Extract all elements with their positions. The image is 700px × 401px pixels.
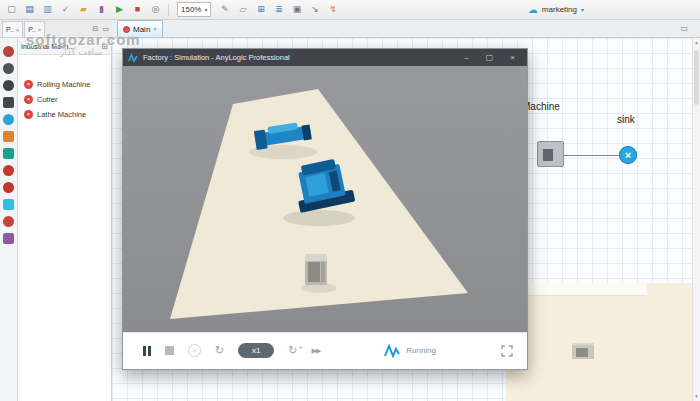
3d-viewport[interactable] (123, 66, 527, 332)
speed-up-icon[interactable]: ↻ + (288, 345, 297, 356)
toolbar-mid-group: ✎▱⊞≣▣↘↯ (217, 2, 340, 17)
tab-main[interactable]: Main × (117, 20, 163, 37)
simulation-window[interactable]: Factory : Simulation - AnyLogic Professi… (122, 48, 528, 370)
run-icon[interactable]: ▶ (112, 2, 127, 17)
toolbar-left-group: ▢▤▥✓▰▮▶■◎ (4, 2, 163, 17)
save-all-icon[interactable]: ▥ (40, 2, 55, 17)
close-icon[interactable]: × (16, 27, 20, 33)
restore-editor-icon[interactable]: ▭ (680, 24, 688, 33)
chevron-down-icon[interactable]: ▾ (581, 6, 584, 13)
connector-line (564, 155, 620, 156)
machine-slot (543, 149, 553, 161)
pencil-icon[interactable]: ✎ (217, 2, 232, 17)
tab-palette[interactable]: P.. × (2, 21, 23, 37)
palette-item[interactable]: ×Cutter (18, 94, 111, 105)
tab-label: P.. (6, 26, 14, 33)
collapse-panel-icon[interactable]: ⊟ (93, 25, 99, 33)
anylogic-logo-icon (384, 344, 400, 358)
speed-up-glyph: ↻ (288, 344, 297, 356)
arrow-icon[interactable]: ↘ (307, 2, 322, 17)
editor-tabbar: Main × ▭ (112, 20, 700, 38)
toolbar-separator (168, 4, 169, 16)
maximize-button[interactable]: ▢ (480, 51, 499, 64)
profile-dropdown[interactable]: marketing (542, 5, 577, 14)
anylogic-app-window: ▢▤▥✓▰▮▶■◎ 150% ▾ ✎▱⊞≣▣↘↯ ☁ marketing ▾ P… (0, 0, 700, 401)
pedestrian-library-icon[interactable] (3, 80, 14, 91)
speed-button[interactable]: x1 (238, 343, 274, 358)
agent-main-icon (123, 26, 130, 33)
anylogic-logo-icon (128, 53, 139, 63)
minimize-panel-icon[interactable]: ▭ (102, 25, 109, 33)
grid-icon[interactable]: ⊞ (253, 2, 268, 17)
stop-button[interactable] (165, 346, 174, 355)
scroll-down-icon[interactable]: ▾ (693, 392, 700, 401)
palette-category-strip (0, 38, 18, 401)
system-dynamics-icon[interactable] (3, 182, 14, 193)
close-icon[interactable]: × (153, 26, 157, 32)
process-modeling-library-icon[interactable] (3, 165, 14, 176)
tab-label: P.. (28, 26, 36, 33)
align-icon[interactable]: ≣ (271, 2, 286, 17)
fluid-library-icon[interactable] (3, 114, 14, 125)
zoom-control[interactable]: 150% ▾ (177, 2, 211, 17)
rail-library-icon[interactable] (3, 148, 14, 159)
save-icon[interactable]: ▤ (22, 2, 37, 17)
palette-section-header[interactable]: Industrial Mach... ⊞ (18, 38, 111, 55)
stop-icon[interactable]: ■ (130, 2, 145, 17)
terminate-button[interactable]: × (188, 344, 201, 357)
palette-item-label: Lathe Machine (37, 110, 86, 119)
scroll-up-icon[interactable]: ▴ (693, 38, 700, 47)
controls-icon[interactable] (3, 233, 14, 244)
close-icon[interactable]: × (38, 27, 42, 33)
vertical-scrollbar[interactable]: ▴ ▾ (692, 38, 700, 401)
material-handling-library-icon[interactable] (3, 131, 14, 142)
machine-block[interactable] (537, 141, 564, 167)
analysis-icon[interactable] (3, 216, 14, 227)
presentation-icon[interactable] (3, 199, 14, 210)
flash-icon[interactable]: ↯ (325, 2, 340, 17)
palette-item[interactable]: ×Rolling Machine (18, 79, 111, 90)
sink-label: sink (617, 114, 635, 125)
window-title: Factory : Simulation - AnyLogic Professi… (143, 53, 453, 62)
cloud-icon: ☁ (528, 4, 538, 15)
agent-icon[interactable] (3, 63, 14, 74)
pause-button[interactable] (143, 346, 151, 356)
projects-icon[interactable] (3, 46, 14, 57)
minimize-button[interactable]: – (457, 51, 476, 64)
folder-icon[interactable]: ▰ (76, 2, 91, 17)
status-label: Running (406, 346, 436, 355)
layers-icon[interactable]: ▣ (289, 2, 304, 17)
main-toolbar: ▢▤▥✓▰▮▶■◎ 150% ▾ ✎▱⊞≣▣↘↯ ☁ marketing ▾ (0, 0, 700, 20)
chevron-down-icon[interactable]: ▾ (204, 6, 207, 13)
eraser-icon[interactable]: ▱ (235, 2, 250, 17)
chart-icon[interactable]: ▮ (94, 2, 109, 17)
close-button[interactable]: × (503, 51, 522, 64)
simulation-control-bar: × ↻ x1 ↻ + ▶▶ Running (123, 332, 527, 368)
tab-label: Main (133, 25, 150, 34)
sink-icon[interactable]: × (619, 146, 637, 164)
zoom-value: 150% (181, 5, 201, 14)
floor-markup-area[interactable] (506, 283, 700, 401)
simulation-titlebar[interactable]: Factory : Simulation - AnyLogic Professi… (123, 49, 527, 66)
status-area: Running (384, 344, 436, 358)
restart-icon[interactable]: ↻ (215, 345, 224, 356)
fast-forward-icon[interactable]: ▶▶ (311, 347, 320, 355)
3d-scene (123, 66, 525, 332)
account-area: ☁ marketing ▾ (528, 4, 584, 15)
grid-view-icon[interactable]: ⊞ (101, 42, 108, 51)
tab-projects[interactable]: P.. × (24, 21, 45, 37)
scrollbar-thumb[interactable] (694, 50, 699, 105)
machine-3d-object[interactable] (572, 343, 594, 359)
search-icon[interactable]: ◎ (148, 2, 163, 17)
side-panel-tabbar: P.. × P.. × ⊟ ▭ (0, 20, 112, 38)
palette-panel: Industrial Mach... ⊞ ×Rolling Machine×Cu… (18, 38, 112, 401)
validate-icon[interactable]: ✓ (58, 2, 73, 17)
window-icon[interactable]: ▢ (4, 2, 19, 17)
fullscreen-icon[interactable] (501, 345, 513, 357)
agent-type-icon: × (24, 110, 33, 119)
cutter-machine-3d (305, 254, 327, 285)
palette-section-label: Industrial Mach... (21, 43, 74, 50)
agent-type-icon: × (24, 95, 33, 104)
road-traffic-library-icon[interactable] (3, 97, 14, 108)
palette-item[interactable]: ×Lathe Machine (18, 109, 111, 120)
